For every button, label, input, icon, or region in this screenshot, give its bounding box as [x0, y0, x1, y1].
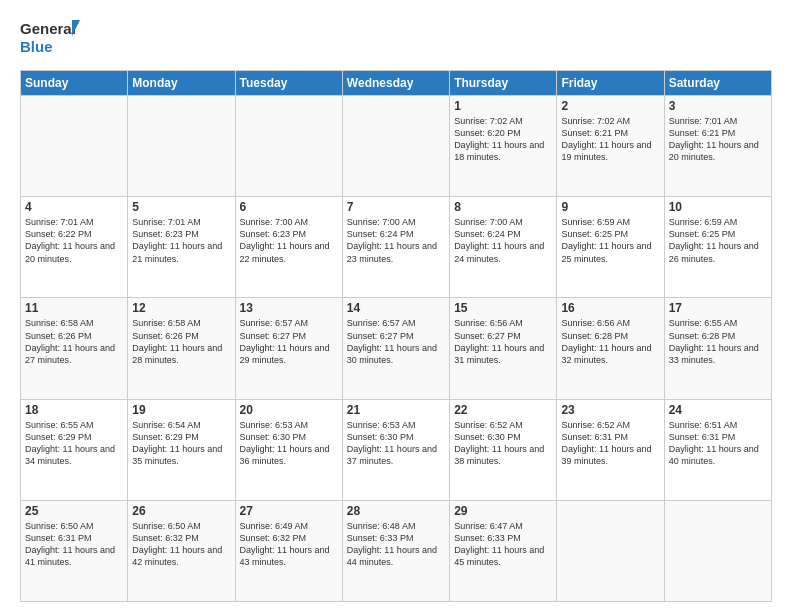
calendar-cell — [128, 96, 235, 197]
calendar-cell — [557, 500, 664, 601]
day-number: 9 — [561, 200, 659, 214]
calendar-cell: 20Sunrise: 6:53 AM Sunset: 6:30 PM Dayli… — [235, 399, 342, 500]
day-info: Sunrise: 7:02 AM Sunset: 6:21 PM Dayligh… — [561, 115, 659, 164]
day-info: Sunrise: 6:49 AM Sunset: 6:32 PM Dayligh… — [240, 520, 338, 569]
calendar-table: SundayMondayTuesdayWednesdayThursdayFrid… — [20, 70, 772, 602]
calendar-week-2: 11Sunrise: 6:58 AM Sunset: 6:26 PM Dayli… — [21, 298, 772, 399]
day-info: Sunrise: 6:53 AM Sunset: 6:30 PM Dayligh… — [347, 419, 445, 468]
day-number: 14 — [347, 301, 445, 315]
day-number: 12 — [132, 301, 230, 315]
calendar-cell: 18Sunrise: 6:55 AM Sunset: 6:29 PM Dayli… — [21, 399, 128, 500]
svg-text:Blue: Blue — [20, 38, 53, 55]
day-info: Sunrise: 6:56 AM Sunset: 6:27 PM Dayligh… — [454, 317, 552, 366]
header: General Blue — [20, 16, 772, 60]
calendar-cell: 22Sunrise: 6:52 AM Sunset: 6:30 PM Dayli… — [450, 399, 557, 500]
day-info: Sunrise: 6:54 AM Sunset: 6:29 PM Dayligh… — [132, 419, 230, 468]
day-info: Sunrise: 7:00 AM Sunset: 6:24 PM Dayligh… — [347, 216, 445, 265]
calendar-cell: 2Sunrise: 7:02 AM Sunset: 6:21 PM Daylig… — [557, 96, 664, 197]
calendar-cell: 4Sunrise: 7:01 AM Sunset: 6:22 PM Daylig… — [21, 197, 128, 298]
calendar-cell: 12Sunrise: 6:58 AM Sunset: 6:26 PM Dayli… — [128, 298, 235, 399]
day-info: Sunrise: 6:53 AM Sunset: 6:30 PM Dayligh… — [240, 419, 338, 468]
logo: General Blue — [20, 16, 80, 60]
day-info: Sunrise: 6:59 AM Sunset: 6:25 PM Dayligh… — [669, 216, 767, 265]
day-info: Sunrise: 6:57 AM Sunset: 6:27 PM Dayligh… — [240, 317, 338, 366]
day-number: 16 — [561, 301, 659, 315]
day-info: Sunrise: 7:02 AM Sunset: 6:20 PM Dayligh… — [454, 115, 552, 164]
calendar-cell: 6Sunrise: 7:00 AM Sunset: 6:23 PM Daylig… — [235, 197, 342, 298]
day-info: Sunrise: 7:00 AM Sunset: 6:23 PM Dayligh… — [240, 216, 338, 265]
day-info: Sunrise: 6:51 AM Sunset: 6:31 PM Dayligh… — [669, 419, 767, 468]
col-header-tuesday: Tuesday — [235, 71, 342, 96]
day-number: 11 — [25, 301, 123, 315]
day-number: 4 — [25, 200, 123, 214]
day-number: 5 — [132, 200, 230, 214]
calendar-cell: 16Sunrise: 6:56 AM Sunset: 6:28 PM Dayli… — [557, 298, 664, 399]
svg-marker-2 — [72, 20, 80, 36]
day-number: 21 — [347, 403, 445, 417]
day-info: Sunrise: 6:48 AM Sunset: 6:33 PM Dayligh… — [347, 520, 445, 569]
calendar-cell: 8Sunrise: 7:00 AM Sunset: 6:24 PM Daylig… — [450, 197, 557, 298]
day-number: 18 — [25, 403, 123, 417]
col-header-saturday: Saturday — [664, 71, 771, 96]
calendar-cell: 26Sunrise: 6:50 AM Sunset: 6:32 PM Dayli… — [128, 500, 235, 601]
calendar-cell: 19Sunrise: 6:54 AM Sunset: 6:29 PM Dayli… — [128, 399, 235, 500]
day-number: 8 — [454, 200, 552, 214]
calendar-cell: 25Sunrise: 6:50 AM Sunset: 6:31 PM Dayli… — [21, 500, 128, 601]
calendar-week-1: 4Sunrise: 7:01 AM Sunset: 6:22 PM Daylig… — [21, 197, 772, 298]
day-number: 29 — [454, 504, 552, 518]
calendar-cell: 3Sunrise: 7:01 AM Sunset: 6:21 PM Daylig… — [664, 96, 771, 197]
calendar-cell: 27Sunrise: 6:49 AM Sunset: 6:32 PM Dayli… — [235, 500, 342, 601]
day-number: 10 — [669, 200, 767, 214]
calendar-cell: 7Sunrise: 7:00 AM Sunset: 6:24 PM Daylig… — [342, 197, 449, 298]
col-header-sunday: Sunday — [21, 71, 128, 96]
calendar-cell — [342, 96, 449, 197]
day-number: 19 — [132, 403, 230, 417]
calendar-cell: 9Sunrise: 6:59 AM Sunset: 6:25 PM Daylig… — [557, 197, 664, 298]
calendar-cell: 28Sunrise: 6:48 AM Sunset: 6:33 PM Dayli… — [342, 500, 449, 601]
calendar-header-row: SundayMondayTuesdayWednesdayThursdayFrid… — [21, 71, 772, 96]
day-number: 28 — [347, 504, 445, 518]
day-info: Sunrise: 7:00 AM Sunset: 6:24 PM Dayligh… — [454, 216, 552, 265]
day-number: 24 — [669, 403, 767, 417]
calendar-week-3: 18Sunrise: 6:55 AM Sunset: 6:29 PM Dayli… — [21, 399, 772, 500]
day-info: Sunrise: 6:55 AM Sunset: 6:28 PM Dayligh… — [669, 317, 767, 366]
day-info: Sunrise: 7:01 AM Sunset: 6:22 PM Dayligh… — [25, 216, 123, 265]
day-number: 2 — [561, 99, 659, 113]
col-header-friday: Friday — [557, 71, 664, 96]
day-info: Sunrise: 6:50 AM Sunset: 6:32 PM Dayligh… — [132, 520, 230, 569]
calendar-cell — [21, 96, 128, 197]
day-number: 27 — [240, 504, 338, 518]
col-header-monday: Monday — [128, 71, 235, 96]
calendar-cell: 14Sunrise: 6:57 AM Sunset: 6:27 PM Dayli… — [342, 298, 449, 399]
day-number: 26 — [132, 504, 230, 518]
calendar-week-0: 1Sunrise: 7:02 AM Sunset: 6:20 PM Daylig… — [21, 96, 772, 197]
day-info: Sunrise: 6:50 AM Sunset: 6:31 PM Dayligh… — [25, 520, 123, 569]
day-info: Sunrise: 6:47 AM Sunset: 6:33 PM Dayligh… — [454, 520, 552, 569]
day-number: 22 — [454, 403, 552, 417]
calendar-cell: 10Sunrise: 6:59 AM Sunset: 6:25 PM Dayli… — [664, 197, 771, 298]
calendar-cell: 23Sunrise: 6:52 AM Sunset: 6:31 PM Dayli… — [557, 399, 664, 500]
day-number: 7 — [347, 200, 445, 214]
calendar-cell — [664, 500, 771, 601]
day-number: 23 — [561, 403, 659, 417]
day-info: Sunrise: 6:52 AM Sunset: 6:30 PM Dayligh… — [454, 419, 552, 468]
calendar-cell — [235, 96, 342, 197]
calendar-cell: 29Sunrise: 6:47 AM Sunset: 6:33 PM Dayli… — [450, 500, 557, 601]
day-info: Sunrise: 7:01 AM Sunset: 6:23 PM Dayligh… — [132, 216, 230, 265]
calendar-cell: 24Sunrise: 6:51 AM Sunset: 6:31 PM Dayli… — [664, 399, 771, 500]
day-info: Sunrise: 6:52 AM Sunset: 6:31 PM Dayligh… — [561, 419, 659, 468]
calendar-cell: 15Sunrise: 6:56 AM Sunset: 6:27 PM Dayli… — [450, 298, 557, 399]
day-info: Sunrise: 6:56 AM Sunset: 6:28 PM Dayligh… — [561, 317, 659, 366]
day-number: 1 — [454, 99, 552, 113]
day-number: 3 — [669, 99, 767, 113]
calendar-cell: 13Sunrise: 6:57 AM Sunset: 6:27 PM Dayli… — [235, 298, 342, 399]
logo-svg: General Blue — [20, 16, 80, 60]
day-number: 25 — [25, 504, 123, 518]
svg-text:General: General — [20, 20, 76, 37]
day-info: Sunrise: 6:57 AM Sunset: 6:27 PM Dayligh… — [347, 317, 445, 366]
calendar-cell: 5Sunrise: 7:01 AM Sunset: 6:23 PM Daylig… — [128, 197, 235, 298]
day-number: 20 — [240, 403, 338, 417]
day-number: 17 — [669, 301, 767, 315]
day-number: 15 — [454, 301, 552, 315]
calendar-cell: 1Sunrise: 7:02 AM Sunset: 6:20 PM Daylig… — [450, 96, 557, 197]
